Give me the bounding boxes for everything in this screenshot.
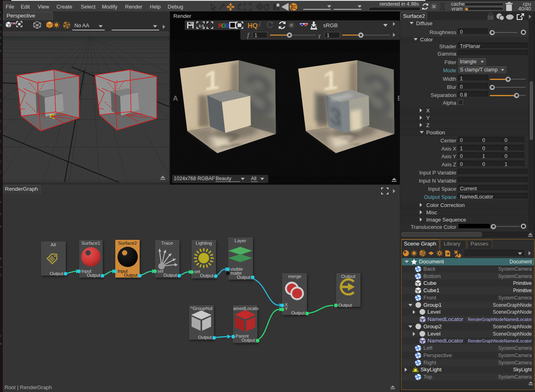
svg-text:I: I [0, 37, 2, 40]
svg-text:[: [ [0, 109, 2, 112]
svg-text:C: C [0, 334, 2, 338]
svg-text:t: t [0, 213, 2, 216]
svg-text:[: [ [0, 150, 2, 153]
svg-text:C: C [0, 274, 2, 277]
svg-text:[: [ [0, 129, 2, 133]
svg-text:e: e [0, 200, 2, 204]
svg-text:e: e [0, 225, 2, 228]
svg-text:[: [ [0, 170, 2, 173]
svg-text:[: [ [0, 99, 2, 102]
svg-text:L: L [0, 30, 2, 33]
svg-text:[: [ [0, 119, 2, 123]
svg-text:C: C [0, 17, 2, 20]
svg-text:F: F [0, 50, 2, 53]
svg-text:o: o [0, 265, 2, 269]
svg-text:T: T [0, 43, 2, 46]
svg-text:R: R [0, 342, 2, 346]
svg-text:U: U [0, 24, 2, 27]
svg-text:[: [ [0, 89, 2, 92]
svg-text:[: [ [0, 140, 2, 143]
svg-text:R: R [0, 257, 2, 261]
svg-text:[: [ [0, 160, 2, 163]
